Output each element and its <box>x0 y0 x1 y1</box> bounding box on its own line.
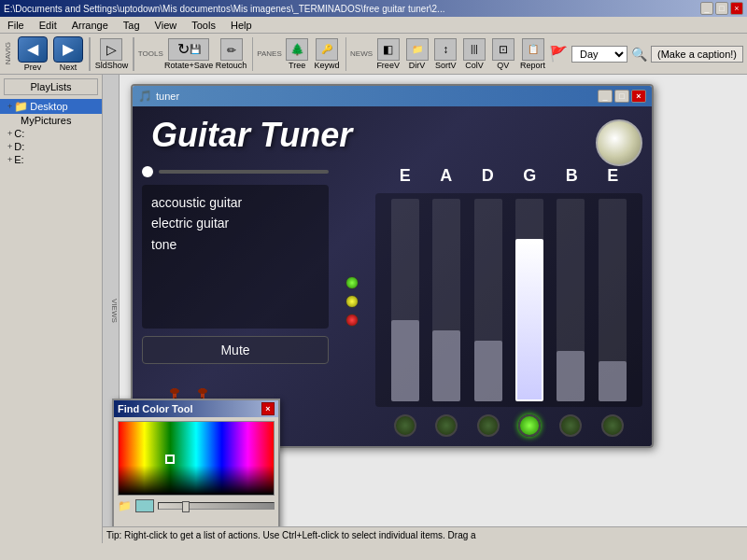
tuner-titlebar-left: 🎵 tuner <box>138 90 179 103</box>
menu-tag[interactable]: Tag <box>120 19 144 32</box>
expand-icon: + <box>7 129 12 138</box>
menu-view[interactable]: View <box>151 19 181 32</box>
meter-e2 <box>599 199 627 401</box>
colv-icon: ||| <box>463 38 486 61</box>
expand-icon: + <box>7 155 12 164</box>
controls-panel: accoustic guitar electric guitar tone <box>142 185 329 329</box>
string-dot-e1[interactable] <box>394 414 416 437</box>
day-selector[interactable]: Day <box>571 46 627 63</box>
sortv-icon: ↕ <box>434 38 457 61</box>
fct-slider[interactable] <box>158 502 275 510</box>
keywd-button[interactable]: 🔑 Keywd <box>312 35 341 73</box>
next-button[interactable]: ▶ Next <box>51 35 85 74</box>
sidebar-item-mypictures[interactable]: MyPictures <box>0 114 102 127</box>
rotate-icon: ↻💾 <box>168 38 209 61</box>
string-dots <box>375 414 642 437</box>
sidebar-item-d[interactable]: + D: <box>0 140 102 153</box>
next-arrow-icon: ▶ <box>53 36 83 63</box>
title-bar-buttons: _ □ × <box>700 2 743 15</box>
slideshow-button[interactable]: SldShow <box>94 35 130 73</box>
nav-strip-label: VIEWS <box>110 299 119 323</box>
sortv-button[interactable]: ↕ SortV <box>432 35 459 73</box>
indicator-yellow <box>345 295 359 308</box>
minimize-button[interactable]: _ <box>700 2 713 15</box>
tuner-minimize-button[interactable]: _ <box>598 90 613 103</box>
sortv-label: SortV <box>435 61 457 70</box>
menu-help[interactable]: Help <box>227 19 256 32</box>
dirv-label: DirV <box>409 61 426 70</box>
retouch-icon <box>220 38 243 61</box>
status-text: Tip: Right-click to get a list of action… <box>106 530 476 540</box>
next-label: Next <box>60 63 78 72</box>
colv-button[interactable]: ||| ColV <box>461 35 488 73</box>
tuner-window: 🎵 tuner _ □ × Guitar Tuner <box>131 84 654 448</box>
expand-icon: + <box>7 142 12 151</box>
menu-tools[interactable]: Tools <box>188 19 219 32</box>
color-gradient[interactable] <box>118 421 275 496</box>
string-label-g: G <box>523 166 536 186</box>
string-label-e2: E <box>607 166 618 186</box>
playlists-header: PlayLists <box>4 78 98 95</box>
string-labels: E A D G B E <box>375 166 642 186</box>
sidebar-item-c[interactable]: + C: <box>0 127 102 140</box>
prev-button[interactable]: ◀ Prev <box>16 35 49 74</box>
string-dot-a[interactable] <box>435 414 458 437</box>
meter-e1 <box>391 199 419 401</box>
tree-button[interactable]: 🌲 Tree <box>284 35 311 73</box>
title-bar: E:\Documents and Settings\uptodown\Mis d… <box>0 0 747 17</box>
left-panel: PlayLists + 📁 Desktop MyPictures + C: + … <box>0 75 103 543</box>
content-area: VIEWS 🎵 tuner _ □ × Guitar Tuner <box>103 75 747 543</box>
string-dot-d[interactable] <box>477 414 500 437</box>
meter-d <box>474 199 502 401</box>
fct-titlebar: Find Color Tool × <box>114 400 278 417</box>
flag-icon: 🚩 <box>549 45 568 63</box>
caption-button[interactable]: (Make a caption!) <box>651 46 743 63</box>
sidebar-item-label: Desktop <box>30 101 67 112</box>
dirv-icon: 📁 <box>406 38 429 61</box>
string-label-a: A <box>440 166 452 186</box>
string-dot-b[interactable] <box>559 414 582 437</box>
meter-g[interactable] <box>515 199 543 401</box>
close-button[interactable]: × <box>730 2 743 15</box>
tuner-titlebar: 🎵 tuner _ □ × <box>133 86 652 106</box>
qv-button[interactable]: ⊡ QV <box>489 35 516 73</box>
sidebar-item-label: D: <box>14 141 24 152</box>
tuner-maximize-button[interactable]: □ <box>614 90 629 103</box>
sidebar-item-e[interactable]: + E: <box>0 153 102 166</box>
string-dot-g[interactable] <box>518 414 541 437</box>
slider-track <box>159 170 329 174</box>
panes-label: PANES <box>257 49 282 58</box>
indicator-green <box>345 276 359 289</box>
retouch-button[interactable]: Retouch <box>215 35 248 73</box>
fct-body: 📁 <box>114 417 278 516</box>
tuner-main: accoustic guitar electric guitar tone Mu… <box>142 166 642 437</box>
maximize-button[interactable]: □ <box>715 2 728 15</box>
report-button[interactable]: 📋 Report <box>518 35 547 73</box>
rotate-button[interactable]: ↻💾 Rotate+Save <box>165 35 213 73</box>
control-tone[interactable]: tone <box>151 234 319 255</box>
fct-close-button[interactable]: × <box>261 402 275 415</box>
dirv-button[interactable]: 📁 DirV <box>403 35 430 73</box>
control-electric[interactable]: electric guitar <box>151 213 319 233</box>
sidebar-item-label: E: <box>14 154 23 165</box>
string-dot-e2[interactable] <box>601 414 624 437</box>
string-label-d: D <box>482 166 494 186</box>
nav-label: NAVIG <box>4 42 12 64</box>
tuner-body: Guitar Tuner accoustic guitar <box>133 106 652 446</box>
freev-icon: ◧ <box>377 38 400 61</box>
freev-button[interactable]: ◧ FreeV <box>374 35 402 73</box>
sidebar-item-desktop[interactable]: + 📁 Desktop <box>0 99 102 114</box>
menu-edit[interactable]: Edit <box>35 19 61 32</box>
sidebar-item-label: C: <box>14 128 24 139</box>
slideshow-label: SldShow <box>95 61 129 70</box>
fct-controls: 📁 <box>118 499 275 512</box>
menu-arrange[interactable]: Arrange <box>68 19 112 32</box>
mute-button[interactable]: Mute <box>142 336 329 364</box>
menu-file[interactable]: File <box>4 19 28 32</box>
separator-2 <box>133 37 134 71</box>
control-acoustic[interactable]: accoustic guitar <box>151 192 319 213</box>
separator-3 <box>252 37 254 71</box>
colv-label: ColV <box>465 61 484 70</box>
tuner-close-button[interactable]: × <box>631 90 646 103</box>
qv-label: QV <box>497 61 509 70</box>
